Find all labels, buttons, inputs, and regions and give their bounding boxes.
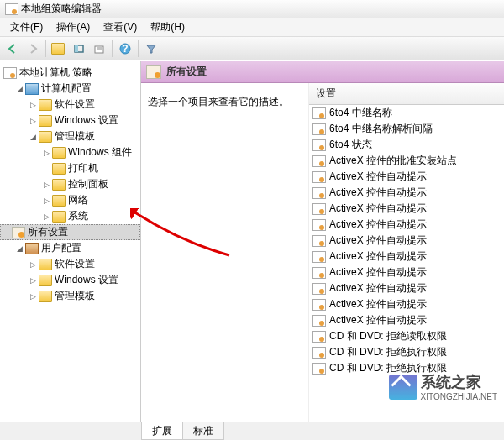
expand-icon[interactable]: ▷ bbox=[29, 116, 38, 125]
column-header-setting[interactable]: 设置 bbox=[309, 83, 504, 105]
list-item[interactable]: CD 和 DVD: 拒绝执行权限 bbox=[309, 344, 504, 360]
tree-control-panel[interactable]: ▷ 控制面板 bbox=[0, 176, 140, 192]
tree-software-settings[interactable]: ▷ 软件设置 bbox=[0, 97, 140, 113]
policy-item-icon bbox=[312, 219, 326, 231]
list-item[interactable]: 6to4 中继名称解析间隔 bbox=[309, 121, 504, 137]
list-item[interactable]: ActiveX 控件自动提示 bbox=[309, 169, 504, 185]
list-item[interactable]: ActiveX 控件自动提示 bbox=[309, 296, 504, 312]
tree-user-config[interactable]: ◢ 用户配置 bbox=[0, 240, 140, 256]
tree-windows-settings[interactable]: ▷ Windows 设置 bbox=[0, 113, 140, 128]
folder-icon bbox=[39, 291, 52, 302]
menu-help[interactable]: 帮助(H) bbox=[144, 20, 192, 34]
expand-icon[interactable]: ▷ bbox=[42, 180, 51, 189]
folder-icon bbox=[52, 195, 66, 207]
up-button[interactable] bbox=[50, 39, 68, 58]
tree-network[interactable]: ▷ 网络 bbox=[0, 192, 140, 208]
tree-printers[interactable]: 打印机 bbox=[0, 160, 140, 176]
tree-computer-config[interactable]: ◢ 计算机配置 bbox=[0, 81, 140, 97]
list-item[interactable]: CD 和 DVD: 拒绝执行权限 bbox=[309, 360, 504, 376]
tree-label: 管理模板 bbox=[55, 289, 95, 303]
list-item[interactable]: ActiveX 控件自动提示 bbox=[309, 249, 504, 265]
folder-up-icon bbox=[51, 43, 65, 55]
list-item[interactable]: CD 和 DVD: 拒绝读取权限 bbox=[309, 328, 504, 344]
list-item[interactable]: ActiveX 控件自动提示 bbox=[309, 265, 504, 280]
policy-item-icon bbox=[312, 203, 326, 215]
forward-button[interactable] bbox=[24, 39, 42, 58]
folder-icon bbox=[39, 99, 52, 111]
tab-extended[interactable]: 扩展 bbox=[141, 422, 183, 440]
tree-all-settings[interactable]: 所有设置 bbox=[0, 224, 140, 240]
folder-icon bbox=[52, 147, 66, 159]
folder-icon bbox=[52, 179, 66, 191]
tree-label: Windows 设置 bbox=[55, 273, 118, 287]
toolbar-separator bbox=[45, 40, 46, 57]
menu-file[interactable]: 文件(F) bbox=[3, 20, 50, 34]
settings-list[interactable]: 设置 6to4 中继名称6to4 中继名称解析间隔6to4 状态ActiveX … bbox=[309, 83, 504, 422]
list-item-label: ActiveX 控件自动提示 bbox=[329, 202, 427, 216]
export-button[interactable] bbox=[90, 39, 108, 58]
menu-bar: 文件(F) 操作(A) 查看(V) 帮助(H) bbox=[0, 18, 504, 37]
tree-label: Windows 设置 bbox=[55, 113, 118, 128]
filter-button[interactable] bbox=[142, 39, 160, 58]
expand-icon[interactable]: ▷ bbox=[29, 259, 38, 269]
list-item[interactable]: ActiveX 控件自动提示 bbox=[309, 185, 504, 201]
tree-windows-components[interactable]: ▷ Windows 组件 bbox=[0, 144, 140, 160]
column-label: 设置 bbox=[316, 87, 336, 99]
folder-icon bbox=[52, 163, 66, 175]
expand-icon[interactable]: ▷ bbox=[29, 100, 38, 109]
list-item[interactable]: 6to4 中继名称 bbox=[309, 105, 504, 121]
tree-user-admin[interactable]: ▷ 管理模板 bbox=[0, 288, 140, 304]
toolbar: ? bbox=[0, 37, 504, 60]
toolbar-separator bbox=[138, 40, 139, 57]
menu-view[interactable]: 查看(V) bbox=[97, 20, 144, 34]
tree-label: Windows 组件 bbox=[68, 145, 132, 160]
help-button[interactable]: ? bbox=[116, 39, 134, 58]
expand-icon[interactable]: ▷ bbox=[29, 291, 38, 301]
policy-item-icon bbox=[312, 251, 326, 263]
menu-action[interactable]: 操作(A) bbox=[50, 20, 97, 34]
collapse-icon[interactable]: ◢ bbox=[15, 244, 24, 253]
expand-icon[interactable]: ▷ bbox=[42, 148, 51, 157]
tree-user-windows[interactable]: ▷ Windows 设置 bbox=[0, 272, 140, 288]
tree-sidebar[interactable]: 本地计算机 策略 ◢ 计算机配置 ▷ 软件设置 ▷ Windows 设置 ◢ 管… bbox=[0, 61, 141, 422]
expand-icon[interactable]: ▷ bbox=[42, 212, 51, 221]
list-item-label: 6to4 中继名称 bbox=[329, 106, 392, 120]
content-area: 本地计算机 策略 ◢ 计算机配置 ▷ 软件设置 ▷ Windows 设置 ◢ 管… bbox=[0, 60, 504, 422]
description-panel: 选择一个项目来查看它的描述。 bbox=[141, 83, 309, 422]
show-hide-button[interactable] bbox=[70, 39, 88, 58]
list-item-label: ActiveX 控件自动提示 bbox=[329, 297, 427, 312]
collapse-icon[interactable]: ◢ bbox=[15, 84, 24, 93]
list-item-label: ActiveX 控件自动提示 bbox=[329, 217, 427, 232]
back-button[interactable] bbox=[3, 39, 22, 58]
list-item[interactable]: ActiveX 控件自动提示 bbox=[309, 201, 504, 217]
spacer bbox=[42, 164, 51, 173]
list-item[interactable]: ActiveX 控件自动提示 bbox=[309, 217, 504, 233]
tree-label: 打印机 bbox=[68, 161, 98, 175]
collapse-icon[interactable]: ◢ bbox=[29, 132, 38, 141]
list-item[interactable]: ActiveX 控件自动提示 bbox=[309, 233, 504, 249]
folder-open-icon bbox=[39, 131, 52, 143]
list-item-label: ActiveX 控件自动提示 bbox=[329, 249, 427, 264]
description-text: 选择一个项目来查看它的描述。 bbox=[148, 96, 289, 107]
list-item-label: ActiveX 控件自动提示 bbox=[329, 313, 427, 327]
policy-item-icon bbox=[312, 235, 326, 247]
tree-label: 所有设置 bbox=[28, 225, 68, 239]
spacer bbox=[2, 228, 11, 237]
computer-icon bbox=[25, 83, 39, 95]
list-item[interactable]: ActiveX 控件自动提示 bbox=[309, 280, 504, 296]
list-item[interactable]: ActiveX 控件自动提示 bbox=[309, 312, 504, 328]
tree: 本地计算机 策略 ◢ 计算机配置 ▷ 软件设置 ▷ Windows 设置 ◢ 管… bbox=[0, 61, 140, 307]
list-item-label: CD 和 DVD: 拒绝读取权限 bbox=[329, 329, 447, 343]
expand-icon[interactable]: ▷ bbox=[29, 275, 38, 285]
list-item[interactable]: 6to4 状态 bbox=[309, 137, 504, 153]
list-item[interactable]: ActiveX 控件的批准安装站点 bbox=[309, 153, 504, 169]
tree-label: 用户配置 bbox=[41, 241, 81, 255]
tree-system[interactable]: ▷ 系统 bbox=[0, 208, 140, 224]
tree-user-software[interactable]: ▷ 软件设置 bbox=[0, 256, 140, 272]
expand-icon[interactable]: ▷ bbox=[42, 196, 51, 205]
policy-item-icon bbox=[312, 123, 326, 135]
tree-root[interactable]: 本地计算机 策略 bbox=[0, 65, 140, 81]
main-header-title: 所有设置 bbox=[166, 65, 207, 79]
tab-standard[interactable]: 标准 bbox=[182, 422, 224, 440]
tree-admin-templates[interactable]: ◢ 管理模板 bbox=[0, 128, 140, 144]
